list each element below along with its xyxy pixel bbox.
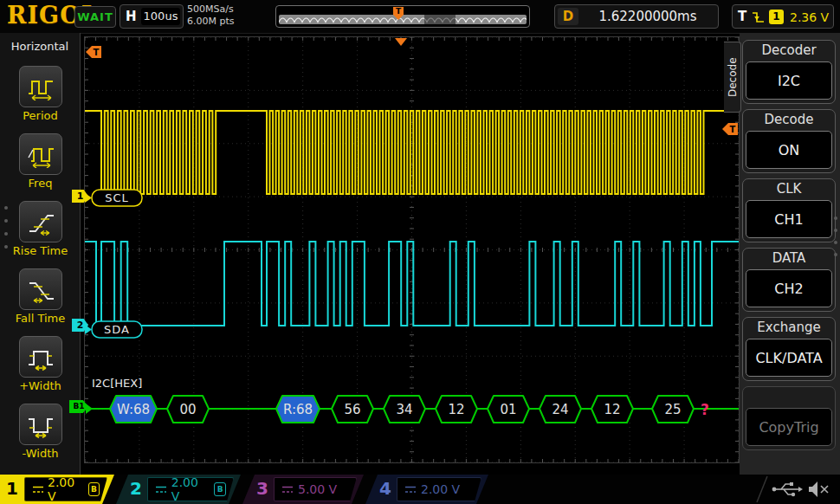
softkey-decode[interactable]: DecodeON [742, 109, 836, 173]
page-dot [4, 206, 8, 210]
horizontal-measure-menu: Horizontal PeriodFreqRise TimeFall Time+… [0, 33, 81, 475]
channel-volts-per-div: 2.00 V [171, 475, 210, 503]
minus-width-icon [19, 404, 62, 445]
softkey-decoder[interactable]: DecoderI2C [742, 40, 836, 104]
delay-value: 1.62200000ms [581, 5, 714, 28]
softkey-data[interactable]: DATACH2 [742, 248, 836, 312]
usb-icon [772, 482, 803, 496]
channel-settings: 2.00 V [397, 477, 481, 501]
decode-frame: R:68 [276, 396, 320, 423]
speaker-muted-icon [809, 481, 828, 497]
delay-box: D 1.62200000ms [554, 4, 719, 29]
menu-item-freq[interactable]: Freq [0, 133, 81, 190]
trigger-label: T [738, 9, 746, 24]
decode-frame: 34 [384, 396, 425, 423]
memory-depth: 6.00M pts [187, 16, 235, 28]
trigger-position-marker-small[interactable]: T [393, 7, 404, 21]
timebase-value: 100us [141, 8, 180, 25]
softkey-label: Decode [743, 110, 835, 129]
decode-frame-value: 00 [179, 402, 196, 417]
decode-frame: W:68 [110, 396, 157, 423]
decode-frame: 56 [332, 396, 373, 423]
page-dot [834, 229, 837, 232]
menu-item-label: -Width [0, 447, 81, 460]
sample-rate: 500MSa/s [187, 3, 235, 16]
decode-softkey-panel: DecoderI2CDecodeONCLKCH1DATACH2ExchangeC… [740, 33, 840, 475]
channel-number: 4 [379, 478, 391, 499]
menu-item--width[interactable]: +Width [0, 336, 81, 392]
menu-item-rise-time[interactable]: Rise Time [0, 201, 81, 257]
softkey-label: Exchange [743, 318, 835, 337]
softkey-value: CH1 [746, 200, 832, 238]
softkey-copytrig[interactable]: CopyTrig [742, 386, 836, 450]
channel-4-status[interactable]: 42.00 V [365, 475, 488, 504]
decode-frame: 25 [652, 396, 694, 423]
page-dot [834, 241, 837, 244]
period-icon [19, 66, 62, 107]
trigger-position-icon[interactable] [395, 38, 407, 46]
decode-frame: 01 [488, 396, 529, 423]
decode-frame-value: 56 [344, 402, 360, 417]
softkey-label [743, 387, 835, 406]
decode-frame-value: 12 [604, 402, 620, 417]
trigger-info-box: T 1 2.36 V [732, 4, 834, 29]
channel-status-bar: 12.00 VB22.00 VB35.00 V42.00 V [0, 475, 840, 504]
decode-frame-value: 24 [552, 402, 568, 417]
timebase-box: H 100us [120, 4, 184, 29]
menu-item-label: Rise Time [0, 244, 81, 257]
bus-format-label: I2C[HEX] [92, 377, 142, 390]
decode-error-marker: ? [701, 401, 709, 418]
waveform-display: I2C[HEX]W:6800R:6856341201241225?SCLSDAT… [84, 36, 740, 463]
channel-settings: 2.00 VB [24, 477, 107, 501]
top-status-bar: RIGOL WAIT H 100us 500MSa/s 6.00M pts T … [0, 0, 840, 34]
page-dot [4, 245, 8, 249]
t-glyph: T [730, 125, 736, 134]
softkey-value: CH2 [746, 269, 832, 307]
channel-2-status[interactable]: 22.00 VB [116, 475, 241, 504]
softkey-value: CopyTrig [746, 408, 832, 446]
trigger-level-value: 2.36 V [790, 10, 829, 24]
channel-1-status[interactable]: 12.00 VB [0, 475, 114, 504]
decode-frame-value: 25 [664, 402, 681, 417]
bottom-right-icons [745, 475, 836, 504]
menu-item-period[interactable]: Period [0, 66, 81, 122]
dc-coupling-icon [32, 485, 43, 494]
channel-3-status[interactable]: 35.00 V [242, 475, 364, 504]
freq-icon [19, 133, 62, 175]
menu-item-fall-time[interactable]: Fall Time [0, 268, 81, 325]
bw-limit-icon: B [88, 482, 100, 496]
trigger-source-badge: 1 [769, 10, 784, 24]
softkey-clk[interactable]: CLKCH1 [742, 178, 836, 242]
menu-title: Horizontal [0, 33, 80, 53]
waveform-canvas: I2C[HEX]W:6800R:6856341201241225?SCLSDAT… [85, 37, 739, 462]
channel-settings: 5.00 V [274, 477, 357, 501]
channel-number: 2 [130, 478, 142, 499]
plus-width-icon [19, 336, 62, 378]
sda-label[interactable]: SDA [92, 321, 142, 338]
page-dot [834, 216, 837, 220]
bw-limit-icon: B [214, 482, 226, 496]
menu-item-label: Period [0, 109, 81, 122]
oscilloscope-screen: RIGOL WAIT H 100us 500MSa/s 6.00M pts T … [0, 0, 840, 504]
scl-label[interactable]: SCL [92, 190, 142, 206]
softkey-exchange[interactable]: ExchangeCLK/DATA [742, 317, 836, 381]
dc-coupling-icon [281, 485, 294, 494]
page-dot [834, 253, 837, 256]
channel-number: 3 [256, 478, 268, 499]
decode-frame: 00 [167, 396, 209, 423]
decode-menu-tab[interactable]: Decode [724, 42, 741, 113]
fall-time-icon [19, 268, 62, 310]
trigger-level-marker[interactable]: T [722, 123, 738, 135]
softkey-value: CLK/DATA [746, 339, 832, 377]
channel-volts-per-div: 2.00 V [421, 482, 460, 496]
falling-edge-icon [752, 10, 765, 25]
decode-frame: 24 [540, 396, 581, 423]
sample-rate-block: 500MSa/s 6.00M pts [187, 3, 235, 28]
channel-settings: 2.00 VB [147, 477, 234, 501]
run-status: WAIT [75, 7, 115, 27]
decode-frame-value: W:68 [117, 402, 150, 417]
menu-item--width[interactable]: -Width [0, 404, 81, 460]
channel-volts-per-div: 5.00 V [298, 482, 337, 496]
delay-position-bar[interactable]: T [275, 5, 530, 28]
softkey-label: Decoder [743, 41, 835, 60]
